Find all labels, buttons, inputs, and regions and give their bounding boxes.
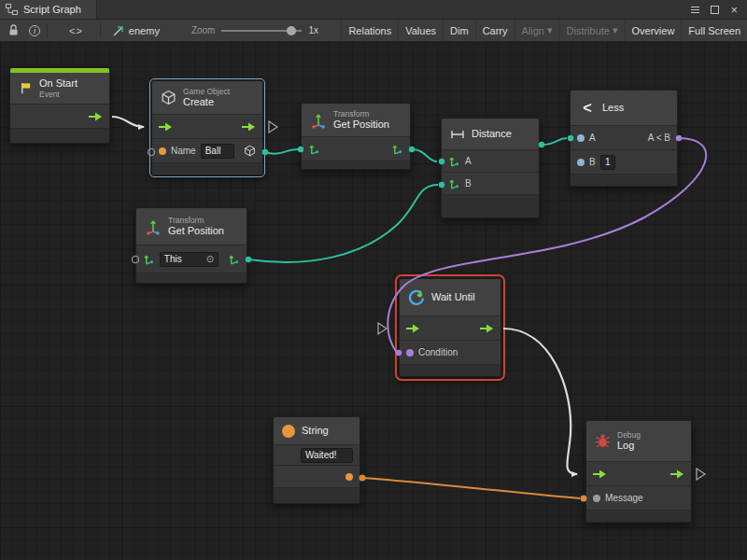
gameobject-output-port[interactable]: [244, 145, 256, 157]
unconnected-flow-out-log[interactable]: [697, 469, 705, 480]
dim-button[interactable]: Dim: [443, 20, 475, 41]
wire-distance-to-less[interactable]: [542, 138, 567, 145]
port-row-a: A A < B: [571, 126, 677, 150]
node-title: Distance: [472, 128, 512, 140]
tab-script-graph[interactable]: Script Graph: [0, 0, 97, 19]
relations-button[interactable]: Relations: [341, 20, 398, 41]
string-output-port[interactable]: [345, 473, 353, 481]
condition-input-port[interactable]: [406, 349, 414, 357]
align-button[interactable]: Align▾: [514, 20, 559, 41]
port-label: Message: [605, 493, 643, 503]
node-get-position-left[interactable]: Transform Get Position This ⊙: [135, 207, 247, 284]
node-category: Game Object: [183, 87, 230, 96]
bug-icon: [595, 433, 611, 449]
name-port-row: Name Ball: [152, 139, 262, 163]
button-label: Carry: [483, 25, 508, 36]
graph-asset-name: enemy: [129, 25, 160, 36]
flow-out-port[interactable]: [89, 112, 103, 121]
node-category: Debug: [617, 430, 641, 440]
chevron-down-icon: ▾: [547, 24, 553, 36]
node-footer: [442, 195, 539, 217]
zoom-slider-handle[interactable]: [287, 26, 296, 35]
node-title: Log: [617, 440, 641, 452]
flow-out-port[interactable]: [242, 122, 256, 132]
port-label: A: [465, 156, 472, 166]
b-value-field[interactable]: 1: [600, 155, 615, 170]
node-less[interactable]: < Less A A < B B 1: [570, 90, 678, 187]
code-preview-icon[interactable]: <>: [69, 25, 83, 36]
node-footer: [571, 175, 677, 186]
wire-create-to-getposition[interactable]: [265, 149, 298, 154]
vector-input-port-a[interactable]: [448, 155, 460, 167]
distribute-button[interactable]: Distribute▾: [559, 20, 625, 41]
unconnected-flow-out-create[interactable]: [269, 121, 277, 133]
wire-waituntil-to-log[interactable]: [503, 329, 577, 474]
graph-toolbar: i <> enemy Zoom 1x Relations Values Dim …: [0, 20, 747, 42]
button-label: Values: [405, 25, 436, 36]
vector-input-port-b[interactable]: [448, 177, 460, 189]
vector-output-port[interactable]: [391, 143, 403, 155]
overview-button[interactable]: Overview: [625, 20, 682, 41]
chevron-down-icon: ▾: [613, 24, 618, 36]
wire-flow-start-to-create[interactable]: [112, 117, 144, 127]
node-get-position-top[interactable]: Transform Get Position: [301, 103, 411, 170]
port-row-b: B 1: [571, 150, 677, 175]
port-label: B: [465, 178, 472, 189]
graph-canvas[interactable]: On Start Event Game Object Create: [0, 42, 747, 560]
wire-string-to-log[interactable]: [362, 478, 580, 498]
carry-button[interactable]: Carry: [475, 20, 514, 41]
node-distance[interactable]: Distance A B: [441, 118, 540, 218]
node-string[interactable]: String Waited!: [273, 416, 360, 504]
transform-input-port[interactable]: [143, 253, 155, 265]
graph-asset[interactable]: enemy: [113, 25, 160, 36]
script-graph-icon: [6, 4, 18, 15]
fullscreen-button[interactable]: Full Screen: [681, 20, 747, 41]
lock-icon[interactable]: [8, 24, 19, 36]
port-label: B: [589, 157, 596, 167]
node-header: < Less: [571, 91, 677, 126]
input-port-a[interactable]: [577, 134, 585, 142]
flow-out-port[interactable]: [480, 324, 494, 333]
close-icon[interactable]: ×: [730, 6, 738, 14]
string-value-field[interactable]: Waited!: [301, 448, 353, 463]
port-row: This ⊙: [136, 245, 247, 273]
zoom-slider[interactable]: [221, 25, 302, 36]
flow-out-port[interactable]: [670, 469, 684, 479]
flow-in-port[interactable]: [593, 469, 607, 479]
node-header: On Start Event: [10, 73, 109, 105]
maximize-icon[interactable]: [711, 6, 719, 14]
unconnected-flow-in-waituntil[interactable]: [378, 323, 387, 334]
self-target-icon: ⊙: [206, 254, 214, 265]
port-row: [274, 466, 359, 488]
info-icon[interactable]: i: [29, 25, 40, 36]
wire-getpositiontop-to-distance-a[interactable]: [412, 149, 437, 161]
less-icon: <: [579, 100, 596, 117]
message-row: Message: [586, 486, 691, 511]
flag-icon: [19, 81, 33, 95]
name-input-port[interactable]: [159, 147, 166, 155]
flow-row: [400, 316, 500, 341]
node-wait-until[interactable]: Wait Until Condition: [399, 278, 501, 377]
transform-input-port[interactable]: [308, 143, 320, 155]
port-label: A: [589, 133, 596, 143]
distance-icon: [450, 127, 465, 142]
message-input-port[interactable]: [593, 495, 600, 502]
vector-output-port[interactable]: [228, 253, 240, 265]
transform-icon: [310, 112, 327, 129]
flow-in-port[interactable]: [406, 324, 420, 333]
wire-getpositionleft-to-distance-b[interactable]: [248, 185, 438, 262]
values-button[interactable]: Values: [398, 20, 443, 41]
target-field[interactable]: This ⊙: [160, 252, 218, 267]
flow-in-port[interactable]: [159, 122, 173, 132]
port-label: Name: [171, 146, 196, 156]
tab-label: Script Graph: [23, 4, 81, 15]
input-port-b[interactable]: [577, 159, 585, 166]
toolbar-buttons: Relations Values Dim Carry Align▾ Distri…: [341, 20, 747, 41]
node-on-start[interactable]: On Start Event: [9, 67, 110, 144]
name-field[interactable]: Ball: [201, 144, 234, 159]
node-debug-log[interactable]: Debug Log Message: [585, 420, 692, 523]
zoom-value: 1x: [308, 25, 318, 35]
node-title: Get Position: [168, 225, 224, 237]
node-create-gameobject[interactable]: Game Object Create Name Ball: [151, 80, 263, 175]
window-menu-icon[interactable]: [691, 7, 699, 13]
